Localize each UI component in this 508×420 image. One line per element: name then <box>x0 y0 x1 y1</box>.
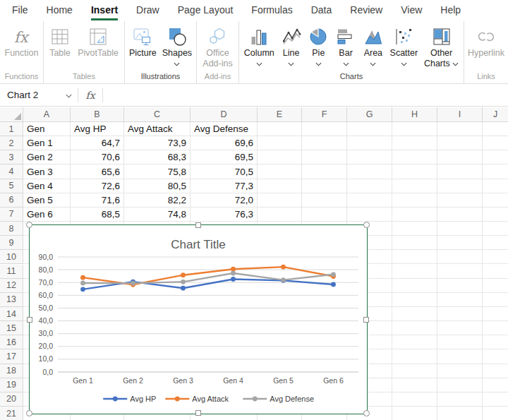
cell-f6[interactable] <box>302 193 347 208</box>
cell-g5[interactable] <box>347 179 392 193</box>
cell-d6[interactable]: 72,0 <box>190 193 258 208</box>
cell-h2[interactable] <box>392 136 437 150</box>
row-header-14[interactable]: 14 <box>0 307 23 321</box>
row-header-18[interactable]: 18 <box>0 364 23 378</box>
cell-h9[interactable] <box>392 236 437 250</box>
cell-e6[interactable] <box>258 193 302 208</box>
cell-i17[interactable] <box>437 349 483 364</box>
cell-i16[interactable] <box>437 335 483 349</box>
cell-f7[interactable] <box>302 208 347 222</box>
column-header-b[interactable]: B <box>71 107 124 122</box>
column-header-f[interactable]: F <box>302 107 347 122</box>
cell-j18[interactable] <box>483 364 508 378</box>
cell-g3[interactable] <box>347 150 392 164</box>
resize-handle-e[interactable] <box>363 317 369 323</box>
resize-handle-nw[interactable] <box>26 222 32 228</box>
cell-i14[interactable] <box>437 307 483 321</box>
cell-i18[interactable] <box>437 364 483 378</box>
cell-h16[interactable] <box>392 335 437 349</box>
cell-i3[interactable] <box>437 150 483 164</box>
cell-a4[interactable]: Gen 3 <box>23 164 71 179</box>
cell-a5[interactable]: Gen 4 <box>23 179 71 193</box>
legend-item-avg-hp[interactable]: Avg HP <box>103 395 156 403</box>
cell-j11[interactable] <box>483 265 508 279</box>
cell-c6[interactable]: 82,2 <box>124 193 190 208</box>
cell-h7[interactable] <box>392 208 437 222</box>
resize-handle-ne[interactable] <box>363 222 370 228</box>
row-header-11[interactable]: 11 <box>0 265 23 279</box>
cell-j8[interactable] <box>483 222 508 236</box>
cell-j19[interactable] <box>483 378 508 392</box>
pie-button[interactable]: Pie <box>306 25 330 67</box>
resize-handle-se[interactable] <box>363 410 370 416</box>
tab-help[interactable]: Help <box>431 0 470 21</box>
name-box[interactable]: Chart 2 <box>0 84 78 106</box>
cell-i1[interactable] <box>437 122 483 136</box>
cell-h10[interactable] <box>392 250 437 264</box>
cell-b3[interactable]: 70,6 <box>71 150 124 164</box>
cell-d1[interactable]: Avg Defense <box>190 122 258 136</box>
column-header-g[interactable]: G <box>347 107 392 122</box>
cell-b7[interactable]: 68,5 <box>71 208 124 222</box>
cell-h11[interactable] <box>392 265 437 279</box>
cell-b5[interactable]: 72,6 <box>71 179 124 193</box>
cell-g1[interactable] <box>347 122 392 136</box>
cell-a3[interactable]: Gen 2 <box>23 150 71 164</box>
cell-d5[interactable]: 77,3 <box>190 179 258 193</box>
row-header-19[interactable]: 19 <box>0 378 23 392</box>
legend-item-avg-defense[interactable]: Avg Defense <box>243 395 314 403</box>
cell-a7[interactable]: Gen 6 <box>23 208 71 222</box>
cell-j2[interactable] <box>483 136 508 150</box>
column-header-h[interactable]: H <box>392 107 437 122</box>
cell-d2[interactable]: 69,6 <box>190 136 258 150</box>
row-header-16[interactable]: 16 <box>0 335 23 349</box>
cell-i19[interactable] <box>437 378 483 392</box>
select-all-button[interactable] <box>0 107 23 122</box>
cell-h1[interactable] <box>392 122 437 136</box>
cell-h8[interactable] <box>392 222 437 236</box>
cell-c4[interactable]: 75,8 <box>124 164 190 179</box>
cell-d4[interactable]: 70,5 <box>190 164 258 179</box>
chart-title[interactable]: Chart Title <box>171 238 225 251</box>
cell-j17[interactable] <box>483 349 508 364</box>
cell-f1[interactable] <box>302 122 347 136</box>
cell-i4[interactable] <box>437 164 483 179</box>
cell-i6[interactable] <box>437 193 483 208</box>
shapes-button[interactable]: Shapes <box>161 25 193 67</box>
resize-handle-w[interactable] <box>27 317 32 323</box>
cell-f2[interactable] <box>302 136 347 150</box>
data-point-avg-hp-gen-1[interactable] <box>80 287 85 292</box>
row-header-5[interactable]: 5 <box>0 179 23 193</box>
cell-j13[interactable] <box>483 293 508 307</box>
resize-handle-s[interactable] <box>195 410 201 416</box>
column-header-c[interactable]: C <box>124 107 190 122</box>
scatter-button[interactable]: Scatter <box>389 25 420 67</box>
cell-h15[interactable] <box>392 321 437 335</box>
data-point-avg-attack-gen-1[interactable] <box>80 275 85 280</box>
data-point-avg-defense-gen-6[interactable] <box>331 272 336 277</box>
cell-j4[interactable] <box>483 164 508 179</box>
cell-b2[interactable]: 64,7 <box>71 136 124 150</box>
cell-h14[interactable] <box>392 307 437 321</box>
cell-i20[interactable] <box>437 392 483 407</box>
column-button[interactable]: Column <box>243 25 276 67</box>
cell-j16[interactable] <box>483 335 508 349</box>
cell-h18[interactable] <box>392 364 437 378</box>
row-header-12[interactable]: 12 <box>0 279 23 293</box>
cell-j5[interactable] <box>483 179 508 193</box>
row-header-7[interactable]: 7 <box>0 208 23 222</box>
data-point-avg-hp-gen-6[interactable] <box>331 282 336 287</box>
cell-d3[interactable]: 69,5 <box>190 150 258 164</box>
cell-i12[interactable] <box>437 279 483 293</box>
cell-c1[interactable]: Avg Attack <box>124 122 190 136</box>
cell-g6[interactable] <box>347 193 392 208</box>
tab-formulas[interactable]: Formulas <box>242 0 301 21</box>
row-header-13[interactable]: 13 <box>0 293 23 307</box>
cell-g2[interactable] <box>347 136 392 150</box>
cell-j14[interactable] <box>483 307 508 321</box>
cell-h5[interactable] <box>392 179 437 193</box>
cell-a2[interactable]: Gen 1 <box>23 136 71 150</box>
cell-j20[interactable] <box>483 392 508 407</box>
cell-j3[interactable] <box>483 150 508 164</box>
cell-b6[interactable]: 71,6 <box>71 193 124 208</box>
